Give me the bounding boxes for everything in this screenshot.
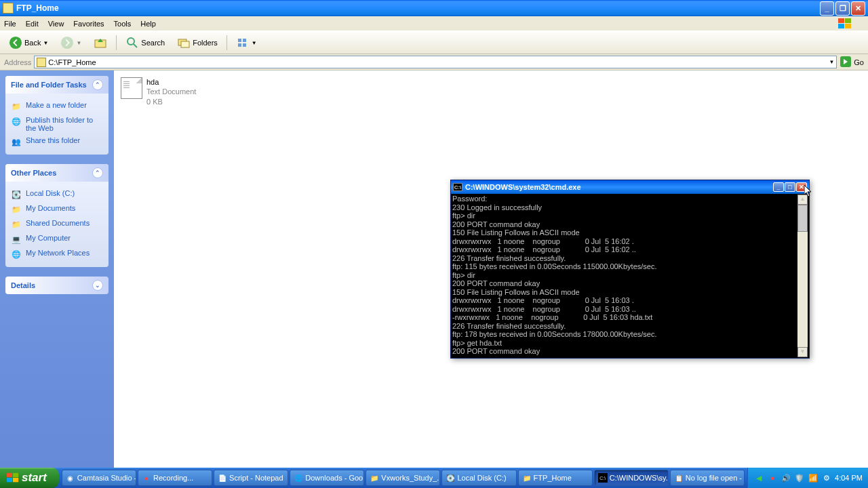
windows-logo-icon — [7, 472, 19, 483]
collapse-icon[interactable]: ⌃ — [92, 167, 103, 178]
svg-rect-11 — [238, 39, 241, 42]
svg-rect-12 — [243, 39, 246, 42]
menu-favorites[interactable]: Favorites — [73, 20, 104, 28]
collapse-icon[interactable]: ⌃ — [92, 79, 103, 90]
svg-point-4 — [9, 37, 22, 49]
system-tray[interactable]: ◀ ● 🔊 🛡️ 📶 ⚙ 4:04 PM — [747, 468, 868, 488]
svg-rect-19 — [13, 478, 18, 482]
cmd-icon: C:\ — [453, 183, 462, 191]
dropdown-icon: ▼ — [43, 40, 48, 46]
cmd-output: Password: 230 Logged in successfully ftp… — [452, 195, 797, 357]
share-folder[interactable]: 👥 Share this folder — [11, 134, 103, 149]
publish-icon: 🌐 — [11, 116, 22, 127]
svg-rect-10 — [181, 41, 189, 47]
svg-rect-17 — [13, 473, 18, 477]
go-button[interactable]: Go — [840, 56, 864, 69]
views-button[interactable]: ▼ — [231, 33, 262, 52]
window-title: FTP_Home — [16, 3, 820, 13]
menu-tools[interactable]: Tools — [114, 20, 132, 28]
cmd-maximize-button[interactable]: □ — [785, 182, 795, 192]
other-places-panel: Other Places ⌃ 💽Local Disk (C:) 📁My Docu… — [5, 164, 108, 267]
my-documents[interactable]: 📁My Documents — [11, 202, 103, 217]
dropdown-icon[interactable]: ▼ — [829, 59, 834, 65]
tray-icon[interactable]: ⚙ — [821, 472, 832, 483]
toolbar: Back ▼ ▼ Search Folders ▼ — [0, 31, 868, 54]
panel-header[interactable]: Other Places ⌃ — [5, 164, 108, 182]
menu-view[interactable]: View — [48, 20, 64, 28]
folder-icon: 📁 — [11, 219, 22, 230]
search-button[interactable]: Search — [121, 33, 170, 52]
address-value: C:\FTP_Home — [48, 58, 96, 66]
my-computer[interactable]: 💻My Computer — [11, 232, 103, 247]
disk-icon: 💽 — [11, 189, 22, 200]
clock[interactable]: 4:04 PM — [835, 474, 863, 482]
cmd-scrollbar[interactable]: ▲ ▼ — [797, 195, 808, 357]
task-notepad[interactable]: 📄Script - Notepad — [214, 470, 288, 486]
file-folder-tasks-panel: File and Folder Tasks ⌃ 📁 Make a new fol… — [5, 76, 108, 155]
task-cmd[interactable]: C:\C:\WINDOWS\sy... — [594, 470, 669, 486]
tray-icon[interactable]: 🔊 — [781, 472, 791, 483]
scroll-thumb[interactable] — [797, 205, 808, 232]
tray-icon[interactable]: ◀ — [753, 472, 764, 483]
minimize-button[interactable]: _ — [820, 1, 834, 16]
menubar: File Edit View Favorites Tools Help — [0, 16, 868, 31]
menu-edit[interactable]: Edit — [26, 20, 39, 28]
task-downloads[interactable]: 🌐Downloads - Goo... — [290, 470, 364, 486]
folder-icon — [3, 3, 14, 14]
separator — [116, 35, 117, 50]
tray-icon[interactable]: 📶 — [808, 472, 818, 483]
task-log[interactable]: 📋No log file open - ... — [670, 470, 745, 486]
forward-button[interactable]: ▼ — [56, 33, 86, 52]
titlebar[interactable]: FTP_Home _ ❐ ✕ — [0, 0, 868, 16]
menu-help[interactable]: Help — [140, 20, 156, 28]
close-button[interactable]: ✕ — [851, 1, 865, 16]
dropdown-icon: ▼ — [252, 40, 257, 46]
shared-documents[interactable]: 📁Shared Documents — [11, 217, 103, 232]
panel-header[interactable]: File and Folder Tasks ⌃ — [5, 76, 108, 94]
tray-icon[interactable]: 🛡️ — [794, 472, 805, 483]
cmd-close-button[interactable]: ✕ — [796, 182, 807, 192]
cmd-body[interactable]: Password: 230 Logged in successfully ftp… — [451, 194, 809, 358]
svg-rect-3 — [845, 24, 851, 28]
scroll-up-button[interactable]: ▲ — [797, 195, 808, 205]
make-new-folder[interactable]: 📁 Make a new folder — [11, 99, 103, 114]
tray-icon[interactable]: ● — [767, 472, 778, 483]
cmd-minimize-button[interactable]: _ — [773, 182, 784, 192]
scroll-down-button[interactable]: ▼ — [797, 347, 808, 357]
folders-icon — [177, 36, 191, 49]
folders-button[interactable]: Folders — [172, 33, 222, 52]
back-button[interactable]: Back ▼ — [4, 33, 53, 52]
maximize-button[interactable]: ❐ — [835, 1, 850, 16]
windows-logo-icon — [835, 17, 854, 30]
cmd-window[interactable]: C:\ C:\WINDOWS\system32\cmd.exe _ □ ✕ Pa… — [450, 180, 810, 359]
svg-line-8 — [134, 44, 137, 47]
address-input[interactable]: C:\FTP_Home ▼ — [34, 56, 837, 68]
separator — [226, 35, 227, 50]
forward-arrow-icon — [60, 36, 74, 49]
publish-folder[interactable]: 🌐 Publish this folder to the Web — [11, 114, 103, 134]
task-ftp-home[interactable]: 📁FTP_Home — [518, 470, 593, 486]
svg-rect-13 — [238, 43, 241, 47]
file-item-hda[interactable]: ━━━━━━━━━━━━ hda Text Document 0 KB — [121, 77, 256, 106]
expand-icon[interactable]: ⌄ — [92, 280, 103, 291]
record-icon: ● — [142, 473, 151, 483]
cmd-titlebar[interactable]: C:\ C:\WINDOWS\system32\cmd.exe _ □ ✕ — [451, 180, 809, 194]
up-button[interactable] — [89, 33, 112, 52]
menu-file[interactable]: File — [4, 20, 16, 28]
network-icon: 🌐 — [11, 249, 22, 260]
details-panel: Details ⌄ — [5, 277, 108, 294]
task-camtasia[interactable]: ◉Camtasia Studio - ... — [62, 470, 136, 486]
panel-header[interactable]: Details ⌄ — [5, 277, 108, 294]
task-vxworks[interactable]: 📁Vxworks_Study_... — [366, 470, 440, 486]
svg-rect-1 — [845, 18, 851, 23]
svg-rect-14 — [243, 43, 246, 47]
start-button[interactable]: start — [0, 468, 59, 488]
computer-icon: 💻 — [11, 234, 22, 245]
disk-icon: 💽 — [446, 473, 455, 483]
local-disk-c[interactable]: 💽Local Disk (C:) — [11, 187, 103, 202]
my-network-places[interactable]: 🌐My Network Places — [11, 247, 103, 262]
svg-point-7 — [127, 38, 134, 45]
taskbar: start ◉Camtasia Studio - ... ●Recording.… — [0, 468, 868, 488]
task-recording[interactable]: ●Recording... — [138, 470, 212, 486]
task-local-disk[interactable]: 💽Local Disk (C:) — [441, 470, 516, 486]
